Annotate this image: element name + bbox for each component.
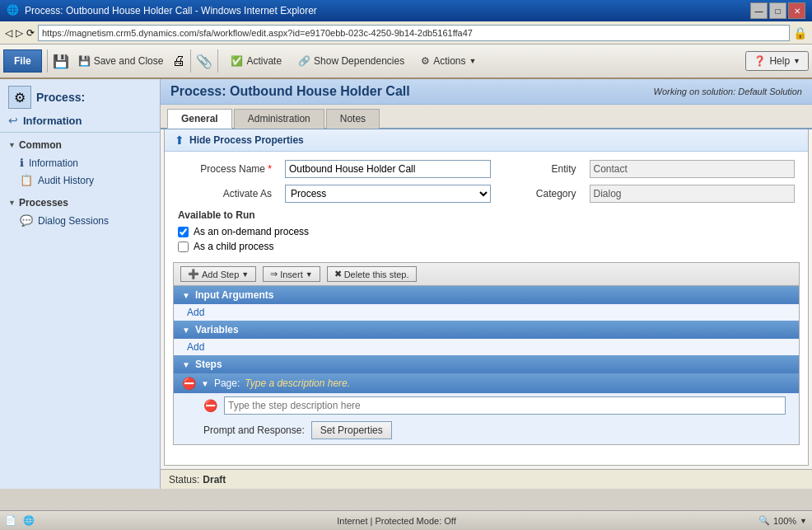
category-value: Dialog xyxy=(590,185,796,203)
tab-bar: General Administration Notes xyxy=(161,105,812,129)
page-row: ⛔ ▼ Page: Type a description here. xyxy=(174,373,799,393)
add-step-icon: ➕ xyxy=(188,269,199,279)
restore-button[interactable]: □ xyxy=(769,2,786,19)
process-name-input[interactable] xyxy=(285,160,491,178)
sidebar-processes-header[interactable]: ▼ Processes xyxy=(8,195,152,212)
variables-label: Variables xyxy=(195,324,239,335)
tab-general[interactable]: General xyxy=(167,109,232,129)
hide-process-arrow-icon: ⬆ xyxy=(175,134,184,147)
variables-collapse-icon[interactable]: ▼ xyxy=(182,326,190,335)
print-icon: 🖨 xyxy=(172,54,185,68)
sidebar-header: ⚙ Process: ↩ Information xyxy=(0,79,160,133)
steps-header: ▼ Steps xyxy=(174,355,799,373)
page-expand-icon[interactable]: ▼ xyxy=(201,379,209,388)
child-process-checkbox-row: As a child process xyxy=(178,239,491,254)
child-process-checkbox[interactable] xyxy=(178,242,189,252)
input-arguments-label: Input Arguments xyxy=(195,289,274,301)
save-icon: 💾 xyxy=(53,54,69,69)
actions-dropdown-icon: ▼ xyxy=(469,57,477,65)
status-bar: Status: Draft xyxy=(161,469,812,489)
sidebar-item-audit-history[interactable]: 📋 Audit History xyxy=(8,171,152,189)
step-sub-row: ⛔ xyxy=(174,393,799,418)
actions-icon: ⚙ xyxy=(421,55,430,67)
title-bar: 🌐 Process: Outbound House Holder Call - … xyxy=(0,0,812,21)
page-title: Process: Outbound House Holder Call xyxy=(170,84,410,99)
dialog-sessions-icon: 💬 xyxy=(20,214,33,227)
process-header-icon: ⚙ xyxy=(8,86,31,109)
steps-collapse-icon[interactable]: ▼ xyxy=(182,360,190,369)
delete-step-button[interactable]: ✖ Delete this step. xyxy=(327,266,417,282)
input-args-add[interactable]: Add xyxy=(174,304,799,321)
lock-icon: 🔒 xyxy=(793,26,807,40)
sidebar-processes-section: ▼ Processes 💬 Dialog Sessions xyxy=(0,190,160,231)
status-label: Status: xyxy=(169,474,199,485)
entity-label: Entity xyxy=(499,163,581,175)
insert-icon: ⇒ xyxy=(270,269,278,279)
insert-dropdown-icon: ▼ xyxy=(306,270,313,279)
processes-triangle-icon: ▼ xyxy=(8,199,16,207)
back-icon[interactable]: ◁ xyxy=(5,27,12,39)
actions-button[interactable]: ⚙ Actions ▼ xyxy=(413,49,483,73)
info-header-icon: ↩ xyxy=(8,114,18,127)
refresh-icon[interactable]: ⟳ xyxy=(26,27,35,39)
main-area: ⚙ Process: ↩ Information ▼ Common ℹ Info… xyxy=(0,79,812,489)
form-grid: Process Name Entity Contact Activate As … xyxy=(165,152,808,262)
show-dependencies-button[interactable]: 🔗 Show Dependencies xyxy=(291,49,412,73)
steps-area: ➕ Add Step ▼ ⇒ Insert ▼ ✖ Delete this st… xyxy=(173,262,800,445)
steps-toolbar: ➕ Add Step ▼ ⇒ Insert ▼ ✖ Delete this st… xyxy=(174,263,799,286)
address-input[interactable] xyxy=(38,25,790,41)
close-button[interactable]: ✕ xyxy=(788,2,805,19)
sidebar-item-information[interactable]: ℹ Information xyxy=(8,154,152,171)
sidebar-item-dialog-sessions[interactable]: 💬 Dialog Sessions xyxy=(8,212,152,229)
on-demand-checkbox-row: As an on-demand process xyxy=(178,224,491,239)
category-label: Category xyxy=(499,188,581,199)
toolbar-separator-1 xyxy=(47,49,48,73)
show-dependencies-label: Show Dependencies xyxy=(314,55,404,67)
page-header: Process: Outbound House Holder Call Work… xyxy=(161,79,812,105)
activate-as-label: Activate As xyxy=(178,188,277,199)
delete-icon: ✖ xyxy=(334,269,342,279)
save-and-close-button[interactable]: 💾 Save and Close xyxy=(71,49,171,73)
solution-text: Working on solution: Default Solution xyxy=(654,87,802,96)
activate-button[interactable]: ✅ Activate xyxy=(223,49,289,73)
page-error-icon: ⛔ xyxy=(182,377,196,390)
tab-administration[interactable]: Administration xyxy=(234,109,324,129)
add-step-button[interactable]: ➕ Add Step ▼ xyxy=(180,266,256,282)
address-bar: ◁ ▷ ⟳ 🔒 xyxy=(0,21,812,45)
insert-button[interactable]: ⇒ Insert ▼ xyxy=(263,266,320,282)
help-icon: ❓ xyxy=(754,55,766,67)
help-dropdown-icon: ▼ xyxy=(793,57,800,65)
step-description-input[interactable] xyxy=(224,396,786,415)
process-name-label: Process Name xyxy=(178,163,277,175)
variables-add[interactable]: Add xyxy=(174,339,799,355)
status-value: Draft xyxy=(203,474,226,485)
page-description[interactable]: Type a description here. xyxy=(245,378,350,389)
forward-icon[interactable]: ▷ xyxy=(16,27,23,39)
ie-icon: 🌐 xyxy=(7,4,20,17)
toolbar-separator-3 xyxy=(217,49,218,73)
step-sub-error-icon: ⛔ xyxy=(203,399,217,412)
tab-notes[interactable]: Notes xyxy=(326,109,380,129)
hide-process-bar[interactable]: ⬆ Hide Process Properties xyxy=(165,129,808,152)
sidebar-common-header[interactable]: ▼ Common xyxy=(8,138,152,154)
insert-label: Insert xyxy=(280,270,303,279)
set-properties-button[interactable]: Set Properties xyxy=(311,421,392,439)
file-button[interactable]: File xyxy=(3,49,42,73)
activate-as-select[interactable]: Process Task Flow xyxy=(285,185,491,203)
audit-history-label: Audit History xyxy=(38,175,94,186)
variables-header: ▼ Variables xyxy=(174,321,799,339)
prompt-row: Prompt and Response: Set Properties xyxy=(174,418,799,444)
processes-label: Processes xyxy=(19,197,68,209)
save-and-close-label: Save and Close xyxy=(94,55,164,67)
dialog-sessions-label: Dialog Sessions xyxy=(38,215,109,227)
child-process-label: As a child process xyxy=(194,241,273,252)
help-button[interactable]: ❓ Help ▼ xyxy=(745,51,809,71)
window-title: Process: Outbound House Holder Call - Wi… xyxy=(25,5,750,16)
entity-value: Contact xyxy=(590,160,796,178)
window-controls: — □ ✕ xyxy=(750,2,805,19)
on-demand-checkbox[interactable] xyxy=(178,227,189,237)
input-args-collapse-icon[interactable]: ▼ xyxy=(182,291,190,300)
sidebar: ⚙ Process: ↩ Information ▼ Common ℹ Info… xyxy=(0,79,161,489)
minimize-button[interactable]: — xyxy=(750,2,768,19)
dependencies-icon: 🔗 xyxy=(298,55,310,67)
